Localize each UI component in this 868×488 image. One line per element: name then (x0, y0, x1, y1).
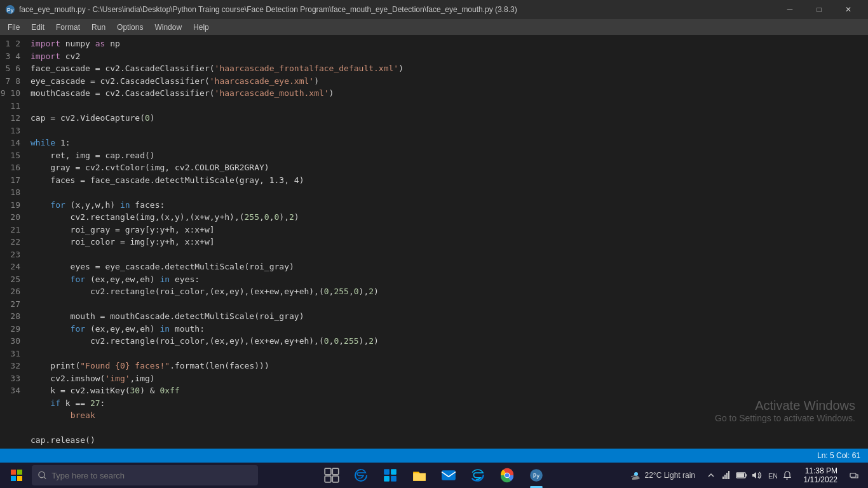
svg-rect-24 (724, 475, 726, 479)
svg-rect-8 (325, 468, 331, 475)
svg-rect-26 (728, 471, 729, 479)
svg-rect-31 (850, 473, 856, 477)
input-indicator-icon[interactable]: ENG (766, 470, 778, 481)
svg-rect-4 (11, 476, 16, 481)
svg-rect-2 (11, 470, 16, 475)
menu-item-file[interactable]: File (3, 19, 25, 35)
svg-rect-10 (325, 476, 331, 482)
menu-item-options[interactable]: Options (112, 19, 148, 35)
svg-line-7 (44, 477, 46, 479)
svg-rect-29 (745, 474, 747, 477)
clock-section[interactable]: 11:38 PM 1/11/2022 (798, 466, 843, 484)
close-button[interactable]: ✕ (834, 0, 863, 19)
show-hidden-icons-button[interactable] (705, 470, 717, 481)
start-button[interactable] (3, 463, 31, 488)
mail-icon[interactable] (435, 463, 463, 488)
taskbar: Py 22°C Light rain (0, 463, 868, 488)
python-icon: Py (5, 4, 15, 15)
editor-wrapper: 1 2 3 4 5 6 7 8 9 10 11 12 13 14 15 16 1… (0, 35, 868, 449)
svg-rect-28 (737, 473, 744, 477)
svg-rect-13 (391, 469, 397, 475)
svg-point-6 (39, 471, 44, 477)
edge-icon[interactable] (347, 463, 375, 488)
menu-item-format[interactable]: Format (51, 19, 85, 35)
show-desktop-button[interactable] (845, 463, 863, 488)
code-container: 1 2 3 4 5 6 7 8 9 10 11 12 13 14 15 16 1… (0, 37, 868, 449)
menu-item-run[interactable]: Run (86, 19, 111, 35)
svg-rect-25 (726, 473, 728, 479)
volume-icon[interactable] (751, 470, 763, 481)
title-text: face_eye_mouth.py - C:\Users\india\Deskt… (19, 5, 517, 14)
notifications-icon[interactable] (782, 470, 793, 481)
weather-text: 22°C Light rain (644, 471, 695, 480)
title-bar-left: Py face_eye_mouth.py - C:\Users\india\De… (5, 4, 517, 15)
svg-rect-12 (384, 469, 390, 475)
menu-item-window[interactable]: Window (149, 19, 187, 35)
network-icon[interactable] (721, 470, 732, 481)
svg-rect-15 (391, 476, 397, 482)
weather-icon (630, 470, 642, 481)
svg-text:ENG: ENG (768, 472, 777, 480)
svg-point-19 (505, 473, 510, 478)
title-bar-controls: ─ □ ✕ (775, 0, 863, 19)
clock-date: 1/11/2022 (804, 475, 837, 484)
title-bar: Py face_eye_mouth.py - C:\Users\india\De… (0, 0, 868, 19)
taskview-icon[interactable] (318, 463, 346, 488)
svg-rect-9 (332, 468, 339, 475)
menu-item-edit[interactable]: Edit (26, 19, 50, 35)
battery-icon[interactable] (736, 470, 747, 481)
clock-time: 11:38 PM (805, 466, 837, 475)
menu-bar: FileEditFormatRunOptionsWindowHelp (0, 19, 868, 35)
svg-text:Py: Py (533, 473, 540, 479)
python-idle-icon[interactable]: Py (522, 463, 550, 488)
svg-rect-16 (442, 470, 456, 480)
weather-section[interactable]: 22°C Light rain (625, 470, 700, 481)
minimize-button[interactable]: ─ (775, 0, 804, 19)
svg-rect-23 (722, 477, 724, 479)
taskbar-center-icons: Py (318, 463, 550, 488)
chrome-icon[interactable] (493, 463, 521, 488)
svg-rect-3 (17, 470, 22, 475)
maximize-button[interactable]: □ (804, 0, 834, 19)
taskbar-right: 22°C Light rain (625, 463, 865, 488)
system-tray: ENG (703, 470, 796, 481)
svg-rect-11 (332, 476, 339, 482)
taskbar-search[interactable] (32, 465, 258, 485)
menu-item-help[interactable]: Help (188, 19, 214, 35)
status-bar-text: Ln: 5 Col: 61 (817, 451, 860, 460)
code-content[interactable]: import numpy as np import cv2 face_casca… (25, 37, 868, 449)
svg-rect-14 (384, 476, 390, 482)
file-explorer-icon[interactable] (405, 463, 433, 488)
svg-rect-5 (17, 476, 22, 481)
line-numbers: 1 2 3 4 5 6 7 8 9 10 11 12 13 14 15 16 1… (0, 37, 25, 449)
svg-text:Py: Py (7, 7, 14, 13)
search-input[interactable] (51, 471, 252, 480)
status-bar: Ln: 5 Col: 61 (0, 449, 868, 463)
notification-icon (850, 471, 858, 480)
store-icon[interactable] (376, 463, 404, 488)
edge2-icon[interactable] (464, 463, 492, 488)
editor-area[interactable]: 1 2 3 4 5 6 7 8 9 10 11 12 13 14 15 16 1… (0, 35, 868, 449)
search-icon (38, 471, 46, 480)
